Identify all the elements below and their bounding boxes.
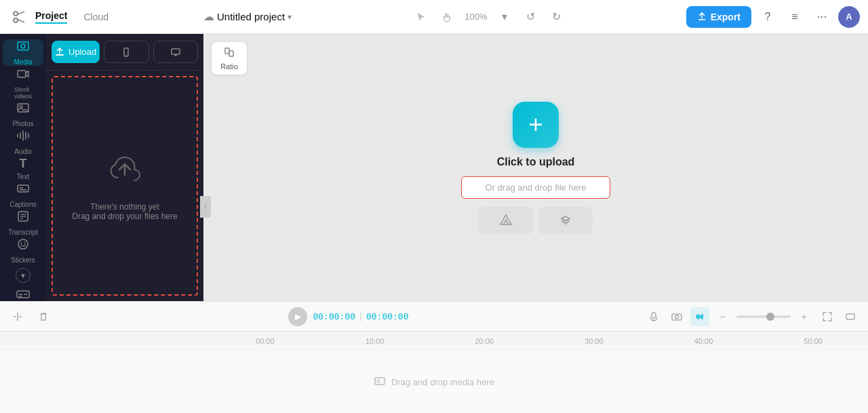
audio-icon bbox=[16, 129, 30, 146]
tab-cloud[interactable]: Cloud bbox=[83, 12, 108, 22]
zoom-chevron-btn[interactable]: ▾ bbox=[494, 6, 515, 28]
export-button[interactable]: Export bbox=[686, 6, 751, 28]
sidebar-item-stock-videos[interactable]: Stockvideos bbox=[3, 67, 43, 100]
project-title: Untitled project bbox=[217, 11, 285, 22]
timeline-right-controls: − + bbox=[644, 307, 860, 326]
sidebar-collapse-btn[interactable]: ▼ bbox=[3, 268, 43, 283]
undo-btn[interactable]: ↺ bbox=[519, 6, 541, 28]
svg-line-3 bbox=[18, 19, 25, 22]
cursor-tool-btn[interactable] bbox=[410, 6, 432, 28]
svg-point-35 bbox=[675, 315, 679, 319]
subtitles-icon bbox=[16, 287, 31, 301]
panel-collapse-handle[interactable]: ‹ bbox=[200, 196, 211, 218]
click-upload-text[interactable]: Click to upload bbox=[497, 156, 575, 168]
stock-videos-icon bbox=[16, 67, 30, 84]
help-btn[interactable]: ? bbox=[757, 6, 778, 28]
timeline-area: ▶ 00:00:00 | 00:00:00 − + bbox=[0, 301, 868, 413]
timeline-controls: ▶ 00:00:00 | 00:00:00 − + bbox=[0, 302, 868, 332]
ruler-mark-5: 50:00 bbox=[758, 337, 868, 345]
svg-rect-27 bbox=[225, 48, 229, 54]
ratio-icon bbox=[223, 46, 235, 61]
svg-point-17 bbox=[21, 242, 22, 243]
sidebar-item-transcript[interactable]: Transcript bbox=[3, 210, 43, 236]
screen-tab-btn[interactable] bbox=[153, 41, 198, 63]
tab-project[interactable]: Project bbox=[35, 10, 67, 24]
sidebar-item-stickers[interactable]: Stickers bbox=[3, 237, 43, 264]
panel-drop-zone[interactable]: There's nothing yet Drag and drop your f… bbox=[52, 76, 198, 296]
zoom-slider[interactable] bbox=[736, 315, 791, 318]
canvas-main: + Click to upload Or drag and drop file … bbox=[203, 34, 868, 301]
svg-rect-23 bbox=[56, 54, 64, 56]
upload-tab-btn[interactable]: Upload bbox=[52, 41, 100, 63]
svg-line-2 bbox=[18, 12, 25, 15]
delete-btn[interactable] bbox=[34, 307, 53, 326]
media-panel: Upload There's nothing yet Drag and drop… bbox=[46, 34, 203, 301]
sidebar-item-media[interactable]: Media bbox=[3, 39, 43, 66]
sidebar-photos-label: Photos bbox=[12, 120, 33, 127]
panel-cloud-upload-icon bbox=[106, 151, 144, 195]
cloud-small-icon: ☁ bbox=[203, 10, 214, 23]
sidebar-item-audio[interactable]: Audio bbox=[3, 129, 43, 155]
avatar[interactable]: A bbox=[838, 6, 860, 28]
sidebar-transcript-label: Transcript bbox=[8, 229, 38, 236]
photos-icon bbox=[16, 101, 30, 118]
minus-zoom-btn[interactable]: − bbox=[713, 307, 732, 326]
ruler-mark-2: 20:00 bbox=[429, 337, 539, 345]
sidebar-captions-label: Captions bbox=[9, 201, 36, 208]
hand-tool-btn[interactable] bbox=[436, 6, 458, 28]
current-time: 00:00:00 bbox=[313, 311, 355, 321]
top-bar-right: Export ? ≡ ··· A bbox=[686, 6, 860, 28]
add-media-btn[interactable]: + bbox=[513, 102, 559, 148]
fit-view-btn[interactable] bbox=[818, 307, 837, 326]
svg-rect-19 bbox=[17, 291, 29, 298]
drag-drop-box[interactable]: Or drag and drop file here bbox=[461, 176, 610, 199]
sidebar-item-text[interactable]: T Text bbox=[3, 157, 43, 180]
svg-point-1 bbox=[14, 18, 18, 22]
svg-point-25 bbox=[126, 54, 127, 56]
sidebar-item-captions[interactable]: Captions bbox=[3, 182, 43, 208]
collapse-circle-icon: ▼ bbox=[16, 268, 31, 283]
mobile-tab-btn[interactable] bbox=[104, 41, 149, 63]
mic-btn[interactable] bbox=[644, 307, 663, 326]
redo-btn[interactable]: ↻ bbox=[545, 6, 567, 28]
sidebar-item-photos[interactable]: Photos bbox=[3, 101, 43, 127]
dropbox-btn[interactable] bbox=[538, 207, 593, 234]
play-btn[interactable]: ▶ bbox=[288, 307, 307, 326]
svg-point-16 bbox=[18, 239, 28, 249]
google-drive-btn[interactable] bbox=[479, 207, 533, 234]
waveform-btn[interactable] bbox=[690, 307, 709, 326]
sidebar-media-label: Media bbox=[14, 58, 32, 66]
svg-rect-26 bbox=[172, 49, 180, 54]
sidebar-audio-label: Audio bbox=[14, 148, 32, 155]
top-bar-left: Project Cloud bbox=[8, 6, 198, 28]
plus-zoom-btn[interactable]: + bbox=[795, 307, 814, 326]
hamburger-btn[interactable]: ≡ bbox=[784, 6, 806, 28]
project-name-area[interactable]: ☁ Untitled project ▾ bbox=[203, 10, 292, 23]
panel-header: Upload bbox=[46, 34, 203, 71]
camera-btn[interactable] bbox=[667, 307, 686, 326]
svg-rect-6 bbox=[18, 71, 26, 77]
media-icon bbox=[16, 39, 30, 56]
more-btn[interactable]: ··· bbox=[811, 6, 833, 28]
captions-icon bbox=[16, 182, 30, 199]
svg-rect-28 bbox=[229, 51, 233, 56]
upload-zone: + Click to upload Or drag and drop file … bbox=[461, 102, 610, 234]
timeline-ruler: 00:00 10:00 20:00 30:00 40:00 50:00 bbox=[0, 332, 868, 351]
add-icon: + bbox=[528, 113, 542, 137]
ratio-btn[interactable]: Ratio bbox=[212, 42, 247, 75]
zoom-thumb bbox=[766, 313, 774, 321]
zoom-level[interactable]: 100% bbox=[462, 12, 490, 22]
top-bar: Project Cloud ☁ Untitled project ▾ 100% … bbox=[0, 0, 868, 34]
storage-btns bbox=[479, 207, 593, 234]
playback-center: ▶ 00:00:00 | 00:00:00 bbox=[60, 307, 637, 326]
fullscreen-btn[interactable] bbox=[841, 307, 860, 326]
svg-rect-9 bbox=[18, 185, 28, 192]
sidebar-subtitles-btn[interactable] bbox=[3, 287, 43, 301]
split-btn[interactable] bbox=[8, 307, 27, 326]
logo-icon[interactable] bbox=[8, 6, 30, 28]
ratio-label: Ratio bbox=[220, 62, 238, 71]
ruler-mark-4: 40:00 bbox=[649, 337, 759, 345]
ruler-mark-0: 00:00 bbox=[210, 337, 320, 345]
drag-media-icon bbox=[374, 375, 386, 389]
timeline-tracks[interactable]: Drag and drop media here bbox=[0, 351, 868, 413]
